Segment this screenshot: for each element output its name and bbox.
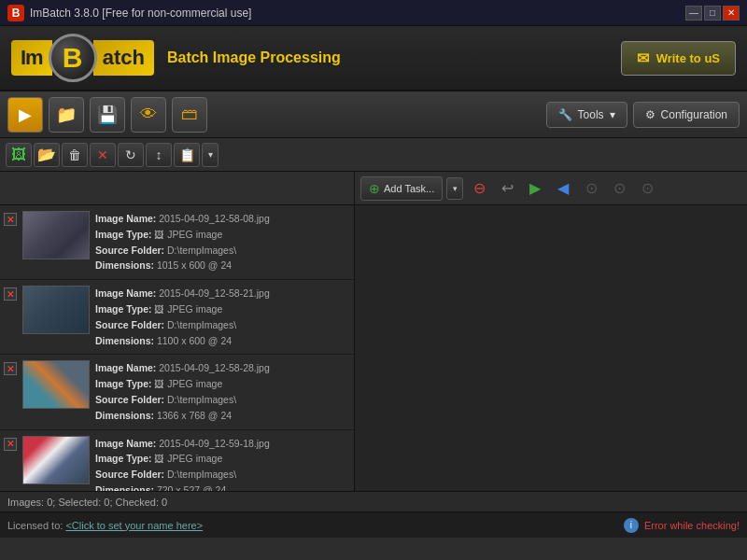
list-item[interactable]: ✕ Image Name: 2015-04-09_12-58-28.jpg Im… <box>0 355 354 429</box>
image-list-panel: ✕ Image Name: 2015-04-09_12-58-08.jpg Im… <box>0 172 355 491</box>
import-icon: 📋 <box>179 147 195 162</box>
info-icon: i <box>624 518 639 533</box>
item-checkbox[interactable]: ✕ <box>4 287 17 301</box>
item-checkbox[interactable]: ✕ <box>4 213 17 226</box>
logo-subtitle: Batch Image Processing <box>167 49 341 66</box>
image-info: Image Name: 2015-04-09_12-58-08.jpg Imag… <box>95 211 350 273</box>
logo-im: Im <box>11 40 52 76</box>
add-images-button[interactable]: 🖼 <box>6 143 32 167</box>
configuration-label: Configuration <box>661 108 727 121</box>
refresh-icon: ↻ <box>125 147 136 162</box>
image-info: Image Name: 2015-04-09_12-59-18.jpg Imag… <box>95 436 350 491</box>
sub-dropdown-button[interactable]: ▾ <box>202 143 218 167</box>
export-button[interactable]: 🗃 <box>172 97 207 133</box>
import-button[interactable]: 📋 <box>174 143 200 167</box>
remove-task-button[interactable]: ⊖ <box>467 176 491 201</box>
task-undo-button[interactable]: ↩ <box>495 176 519 201</box>
logo-area: Im B atch Batch Image Processing <box>11 34 341 82</box>
image-list-toolbar <box>0 172 354 205</box>
image-info: Image Name: 2015-04-09_12-58-28.jpg Imag… <box>95 360 350 423</box>
gear-icon: ⚙ <box>645 108 655 121</box>
license-area: Licensed to: <Click to set your name her… <box>7 520 203 531</box>
tools-label: Tools <box>578 108 604 121</box>
item-checkbox[interactable]: ✕ <box>4 438 17 451</box>
image-thumbnail <box>22 286 90 334</box>
title-bar: B ImBatch 3.8.0 [Free for non-commercial… <box>0 0 747 26</box>
task-action2-button[interactable]: ⊙ <box>579 176 603 201</box>
delete-button[interactable]: ✕ <box>90 143 116 167</box>
add-images-icon: 🖼 <box>11 147 26 163</box>
bottom-bar: Licensed to: <Click to set your name her… <box>0 511 747 538</box>
main-toolbar: ▶ 📁 💾 👁 🗃 🔧 Tools ▾ ⚙ Configuration <box>0 91 747 138</box>
next-button[interactable]: ▶ <box>7 97 43 133</box>
configuration-button[interactable]: ⚙ Configuration <box>633 102 740 128</box>
title-bar-left: B ImBatch 3.8.0 [Free for non-commercial… <box>7 5 251 21</box>
task-action1-button[interactable]: ◀ <box>551 176 575 201</box>
error-label: Error while checking! <box>644 520 740 531</box>
move-button[interactable]: ↕ <box>146 143 172 167</box>
write-to-us-button[interactable]: ✉ Write to uS <box>621 41 736 76</box>
window-title: ImBatch 3.8.0 [Free for non-commercial u… <box>30 7 251 20</box>
task-action4-button[interactable]: ⊙ <box>635 176 659 201</box>
image-info: Image Name: 2015-04-09_12-58-21.jpg Imag… <box>95 286 350 348</box>
task-content-area <box>355 205 747 491</box>
add-task-dropdown-button[interactable]: ▾ <box>446 177 463 200</box>
add-folder-button[interactable]: 📂 <box>34 143 60 167</box>
sub-toolbar: 🖼 📂 🗑 ✕ ↻ ↕ 📋 ▾ <box>0 138 747 172</box>
close-button[interactable]: ✕ <box>723 6 740 21</box>
add-folder-icon: 📂 <box>37 146 56 163</box>
list-item[interactable]: ✕ Image Name: 2015-04-09_12-59-18.jpg Im… <box>0 430 354 491</box>
tools-dropdown-arrow: ▾ <box>610 108 615 121</box>
remove-icon: 🗑 <box>68 147 81 162</box>
add-task-label: Add Task... <box>384 183 434 194</box>
image-thumbnail <box>22 436 90 484</box>
add-task-button[interactable]: ⊕ Add Task... <box>360 176 443 201</box>
settings-button[interactable]: 👁 <box>131 97 166 133</box>
task-run-button[interactable]: ▶ <box>523 176 547 201</box>
image-thumbnail <box>22 211 90 259</box>
open-folder-button[interactable]: 📁 <box>49 97 84 133</box>
add-task-plus-icon: ⊕ <box>369 181 380 196</box>
refresh-button[interactable]: ↻ <box>118 143 144 167</box>
save-button[interactable]: 💾 <box>90 97 125 133</box>
add-task-dropdown-arrow: ▾ <box>453 184 458 193</box>
licensed-label: Licensed to: <box>7 520 63 531</box>
image-thumbnail <box>22 360 90 409</box>
images-summary: Images: 0; Selected: 0; Checked: 0 <box>7 497 167 508</box>
envelope-icon: ✉ <box>637 49 649 67</box>
delete-icon: ✕ <box>97 147 108 162</box>
list-item[interactable]: ✕ Image Name: 2015-04-09_12-58-21.jpg Im… <box>0 280 354 355</box>
license-link[interactable]: <Click to set your name here> <box>65 520 203 531</box>
write-to-us-label: Write to uS <box>656 51 720 65</box>
task-panel: ⊕ Add Task... ▾ ⊖ ↩ ▶ ◀ ⊙ ⊙ ⊙ <box>355 172 747 491</box>
images-status-bar: Images: 0; Selected: 0; Checked: 0 <box>0 491 747 511</box>
remove-image-button[interactable]: 🗑 <box>62 143 88 167</box>
app-icon: B <box>7 5 24 21</box>
main-content: ✕ Image Name: 2015-04-09_12-58-08.jpg Im… <box>0 172 747 491</box>
toolbar-right: 🔧 Tools ▾ ⚙ Configuration <box>546 102 740 128</box>
task-action3-button[interactable]: ⊙ <box>607 176 631 201</box>
error-status: i Error while checking! <box>624 518 740 533</box>
task-toolbar: ⊕ Add Task... ▾ ⊖ ↩ ▶ ◀ ⊙ ⊙ ⊙ <box>355 172 747 205</box>
tools-menu-button[interactable]: 🔧 Tools ▾ <box>546 102 627 128</box>
window-controls: — □ ✕ <box>685 6 740 21</box>
minimize-button[interactable]: — <box>685 6 702 21</box>
list-item[interactable]: ✕ Image Name: 2015-04-09_12-58-08.jpg Im… <box>0 205 354 280</box>
wrench-icon: 🔧 <box>558 108 572 121</box>
logo-b-circle: B <box>49 34 97 82</box>
logo-atch: atch <box>93 40 154 76</box>
image-list[interactable]: ✕ Image Name: 2015-04-09_12-58-08.jpg Im… <box>0 205 354 491</box>
sub-dropdown-arrow: ▾ <box>208 149 213 160</box>
item-checkbox[interactable]: ✕ <box>4 362 17 375</box>
header: Im B atch Batch Image Processing ✉ Write… <box>0 26 747 91</box>
move-icon: ↕ <box>156 147 162 162</box>
maximize-button[interactable]: □ <box>704 6 721 21</box>
